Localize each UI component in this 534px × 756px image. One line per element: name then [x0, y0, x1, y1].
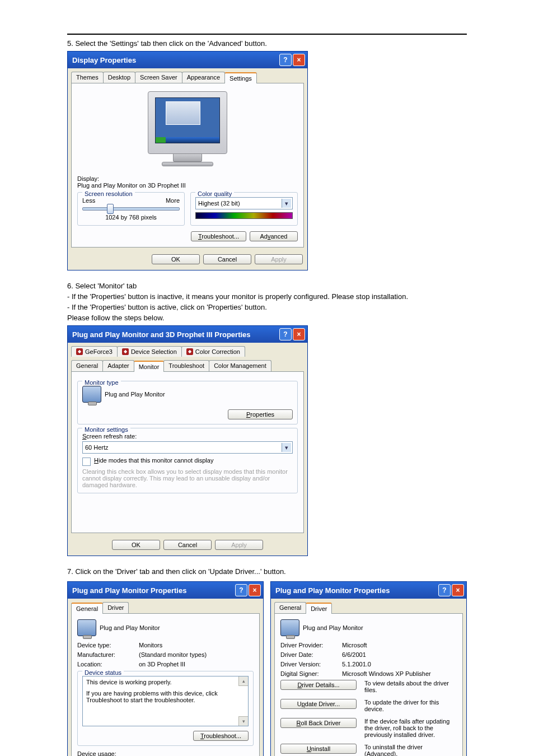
help-icon[interactable]: ?	[235, 584, 247, 596]
driver-date-value: 6/6/2001	[342, 651, 366, 658]
scroll-up-icon[interactable]: ▴	[238, 676, 248, 686]
close-icon[interactable]: ×	[249, 584, 261, 596]
update-driver-button[interactable]: Update Driver...	[280, 699, 357, 709]
slider-more-label: More	[166, 197, 180, 204]
monitor-icon	[280, 619, 299, 636]
monitor-name: Plug and Play Monitor	[100, 624, 160, 631]
tab-color-correction[interactable]: ◆Color Correction	[181, 346, 245, 357]
dialog-title: Display Properties	[72, 56, 136, 64]
monitor-name: Plug and Play Monitor	[105, 391, 165, 398]
tab-adapter[interactable]: Adapter	[102, 360, 134, 371]
step6d-text: Please follow the steps below.	[67, 314, 467, 322]
manufacturer-label: Manufacturer:	[77, 651, 139, 658]
help-icon[interactable]: ?	[438, 584, 451, 596]
color-quality-select[interactable]: Highest (32 bit) ▾	[195, 197, 293, 209]
driver-details-button[interactable]: Driver Details...	[280, 680, 357, 690]
tab-monitor[interactable]: Monitor	[134, 361, 165, 372]
driver-version-label: Driver Version:	[280, 661, 342, 668]
rollback-driver-desc: If the device fails after updating the d…	[364, 718, 457, 738]
color-quality-legend: Color quality	[195, 190, 234, 197]
dialog-title: Plug and Play Monitor Properties	[275, 586, 390, 595]
tab-themes[interactable]: Themes	[71, 72, 104, 83]
cancel-button[interactable]: Cancel	[163, 540, 212, 550]
step6b-text: - If the 'Properties' button is inactive…	[67, 292, 467, 301]
tab-geforce3[interactable]: ◆GeForce3	[71, 346, 118, 357]
pnp-driver-dialog: Plug and Play Monitor Properties ? × Gen…	[270, 581, 467, 756]
tab-device-selection[interactable]: ◆Device Selection	[117, 346, 182, 357]
tab-settings[interactable]: Settings	[224, 72, 257, 83]
help-icon[interactable]: ?	[279, 54, 292, 66]
rollback-driver-button[interactable]: Roll Back Driver	[280, 718, 357, 728]
color-swatch-icon	[195, 212, 293, 219]
driver-provider-label: Driver Provider:	[280, 642, 342, 648]
digital-signer-value: Microsoft Windows XP Publisher	[342, 670, 431, 677]
nvidia-icon: ◆	[186, 348, 193, 355]
device-type-value: Monitors	[139, 642, 162, 648]
location-value: on 3D Prophet III	[139, 661, 185, 668]
step6a-text: 6. Select 'Monitor' tab	[67, 282, 467, 290]
step6c-text: - If the 'Properties' button is active, …	[67, 303, 467, 311]
tab-screensaver[interactable]: Screen Saver	[135, 72, 182, 83]
digital-signer-label: Digital Signer:	[280, 670, 342, 677]
device-status-legend: Device status	[82, 669, 124, 676]
ok-button[interactable]: OK	[152, 254, 200, 264]
slider-less-label: Less	[82, 197, 95, 204]
apply-button: Apply	[215, 540, 263, 550]
device-type-label: Device type:	[77, 642, 139, 648]
tab-driver[interactable]: Driver	[102, 602, 129, 613]
apply-button: Apply	[255, 254, 303, 264]
monitor-preview-icon	[143, 91, 232, 170]
resolution-slider[interactable]	[82, 207, 180, 211]
hide-modes-note: Clearing this check box allows you to se…	[82, 468, 293, 488]
step5-text: 5. Select the 'Settings' tab then click …	[67, 39, 467, 48]
hide-modes-label: Hide modes that this monitor cannot disp…	[94, 457, 213, 464]
tab-driver[interactable]: Driver	[306, 603, 332, 614]
tab-general[interactable]: General	[71, 360, 103, 371]
refresh-rate-label: Screen refresh rate:	[82, 433, 293, 440]
close-icon[interactable]: ×	[293, 328, 305, 340]
tab-strip: Themes Desktop Screen Saver Appearance S…	[68, 68, 307, 83]
slider-thumb-icon[interactable]	[107, 204, 114, 214]
monitor-settings-legend: Monitor settings	[82, 426, 130, 433]
uninstall-button[interactable]: Uninstall	[280, 744, 357, 754]
device-status-text: This device is working properly. If you …	[82, 676, 249, 726]
color-quality-value: Highest (32 bit)	[198, 200, 240, 207]
location-label: Location:	[77, 661, 139, 668]
help-icon[interactable]: ?	[279, 328, 292, 340]
monitor-type-legend: Monitor type	[82, 379, 121, 386]
scroll-down-icon[interactable]: ▾	[238, 716, 248, 726]
tab-desktop[interactable]: Desktop	[103, 72, 135, 83]
hide-modes-checkbox[interactable]	[82, 458, 91, 466]
troubleshoot-button[interactable]: Troubleshoot...	[193, 731, 249, 741]
display-label: Display:	[77, 175, 298, 182]
device-usage-label: Device usage:	[77, 750, 254, 756]
nvidia-icon: ◆	[76, 348, 83, 355]
properties-button[interactable]: Properties	[228, 409, 293, 419]
tab-general[interactable]: General	[71, 603, 103, 614]
update-driver-desc: To update the driver for this device.	[364, 699, 457, 712]
driver-version-value: 5.1.2001.0	[342, 661, 371, 668]
ok-button[interactable]: OK	[112, 540, 160, 550]
tab-appearance[interactable]: Appearance	[182, 72, 225, 83]
advanced-button[interactable]: Advanced	[250, 231, 298, 241]
close-icon[interactable]: ×	[293, 54, 305, 66]
step7-text: 7. Click on the 'Driver' tab and then cl…	[67, 567, 467, 576]
chevron-down-icon: ▾	[282, 443, 291, 452]
driver-date-label: Driver Date:	[280, 651, 342, 658]
tab-troubleshoot[interactable]: Troubleshoot	[163, 360, 209, 371]
screen-resolution-legend: Screen resolution	[82, 190, 135, 197]
tab-general[interactable]: General	[274, 602, 306, 613]
uninstall-desc: To uninstall the driver (Advanced).	[364, 744, 457, 756]
nvidia-icon: ◆	[122, 348, 129, 355]
driver-provider-value: Microsoft	[342, 642, 367, 648]
troubleshoot-button[interactable]: TTroubleshoot...roubleshoot...	[191, 231, 246, 241]
resolution-value: 1024 by 768 pixels	[82, 214, 180, 221]
display-value: Plug and Play Monitor on 3D Prophet III	[77, 182, 298, 189]
refresh-rate-select[interactable]: 60 Hertz ▾	[82, 441, 293, 454]
refresh-rate-value: 60 Hertz	[85, 444, 109, 451]
tab-color-management[interactable]: Color Management	[209, 360, 271, 371]
cancel-button[interactable]: Cancel	[203, 254, 251, 264]
close-icon[interactable]: ×	[452, 584, 464, 596]
display-properties-dialog: Display Properties ? × Themes Desktop Sc…	[67, 51, 308, 270]
driver-details-desc: To view details about the driver files.	[364, 680, 457, 693]
